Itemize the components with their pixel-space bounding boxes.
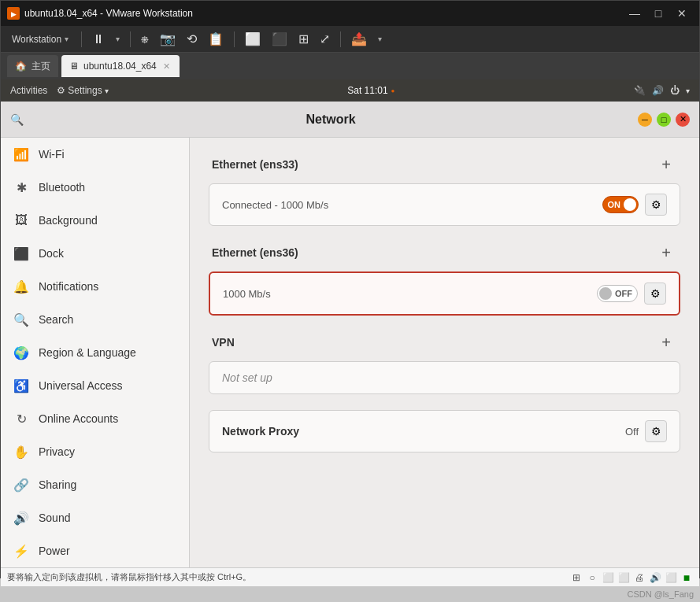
sidebar-item-notifications[interactable]: 🔔 Notifications	[1, 270, 189, 303]
status-icon-network: ■	[680, 571, 693, 584]
topbar-clock: Sat 11:01 ●	[347, 85, 394, 96]
ethernet2-toggle[interactable]: OFF	[597, 285, 638, 302]
settings-menu-button[interactable]: ⚙ Settings ▾	[57, 85, 108, 96]
sidebar-region-label: Region & Language	[39, 346, 136, 359]
ethernet2-add-button[interactable]: +	[655, 242, 677, 264]
tab-home-label: 主页	[31, 60, 50, 73]
autofit-icon[interactable]: ⊞	[294, 28, 313, 50]
ethernet2-settings-button[interactable]: ⚙	[644, 283, 666, 305]
topbar-left: Activities ⚙ Settings ▾	[10, 85, 109, 96]
ethernet1-settings-button[interactable]: ⚙	[645, 194, 667, 216]
vpn-add-button[interactable]: +	[655, 331, 677, 353]
vpn-row: Not set up	[209, 362, 680, 393]
region-icon: 🌍	[13, 345, 29, 360]
maximize-button[interactable]: □	[647, 2, 669, 24]
sidebar-item-dock[interactable]: ⬛ Dock	[1, 237, 189, 270]
stretch-icon[interactable]: ⤢	[316, 28, 334, 50]
ethernet2-toggle-label: OFF	[615, 289, 632, 298]
sidebar-bluetooth-label: Bluetooth	[39, 181, 85, 194]
status-icon-1: ⊞	[570, 571, 583, 584]
close-button[interactable]: ✕	[671, 2, 693, 24]
home-icon: 🏠	[15, 61, 27, 72]
sidebar-item-universal[interactable]: ♿ Universal Access	[1, 369, 189, 402]
settings-maximize-button[interactable]: □	[657, 113, 671, 127]
ethernet2-title: Ethernet (ens36)	[212, 246, 298, 259]
ethernet1-row: Connected - 1000 Mb/s ON ⚙	[209, 184, 680, 225]
workstation-menu[interactable]: Workstation ▾	[6, 31, 75, 48]
clone-icon[interactable]: 📋	[204, 28, 228, 50]
fullscreen-icon[interactable]: ⬜	[241, 28, 265, 50]
sidebar-sharing-label: Sharing	[39, 478, 76, 491]
ethernet2-row: 1000 Mb/s OFF ⚙	[210, 273, 679, 314]
clock-dot: ●	[391, 87, 395, 94]
activities-button[interactable]: Activities	[10, 85, 47, 96]
notifications-icon: 🔔	[13, 279, 29, 294]
sidebar-item-background[interactable]: 🖼 Background	[1, 204, 189, 237]
settings-search-icon: 🔍	[10, 113, 24, 126]
sidebar-privacy-label: Privacy	[39, 445, 75, 458]
settings-title: Network	[24, 113, 638, 127]
vpn-card: Not set up	[209, 361, 680, 394]
sharing-icon: 🔗	[13, 477, 29, 493]
sidebar-item-wifi[interactable]: 📶 Wi-Fi	[1, 138, 189, 171]
sidebar-item-bluetooth[interactable]: ✱ Bluetooth	[1, 171, 189, 204]
sidebar-item-sharing[interactable]: 🔗 Sharing	[1, 468, 189, 501]
transfer-icon[interactable]: 📤	[347, 28, 371, 50]
privacy-icon: ✋	[13, 444, 29, 460]
snapshot-icon[interactable]: 📷	[156, 28, 180, 50]
tab-home[interactable]: 🏠 主页	[7, 55, 58, 77]
sidebar-background-label: Background	[39, 214, 98, 227]
wifi-icon: 📶	[13, 146, 29, 162]
settings-icon: ⚙	[57, 85, 65, 96]
sidebar-item-power[interactable]: ⚡ Power	[1, 534, 189, 567]
sidebar-notifications-label: Notifications	[39, 280, 98, 293]
power-icon: ⚡	[13, 543, 29, 559]
settings-header: 🔍 Network ─ □ ✕	[1, 102, 699, 138]
universal-icon: ♿	[13, 378, 29, 393]
proxy-status: Off	[625, 426, 639, 438]
content-area: Ethernet (ens33) + Connected - 1000 Mb/s…	[190, 138, 699, 567]
ethernet1-add-button[interactable]: +	[655, 153, 677, 175]
settings-header-left: 🔍	[10, 113, 24, 126]
sidebar-item-region[interactable]: 🌍 Region & Language	[1, 336, 189, 369]
menu-separator-3	[234, 31, 235, 47]
status-icon-2: ○	[586, 571, 598, 584]
menu-separator-1	[81, 31, 82, 47]
proxy-title: Network Proxy	[222, 425, 299, 438]
settings-close-button[interactable]: ✕	[676, 113, 690, 127]
ethernet2-card: 1000 Mb/s OFF ⚙	[209, 271, 680, 316]
search-icon: 🔍	[13, 312, 29, 327]
dock-icon: ⬛	[13, 246, 29, 261]
ethernet1-status: Connected - 1000 Mb/s	[222, 199, 328, 211]
transfer-down-icon: ▾	[374, 31, 386, 46]
sidebar-item-online[interactable]: ↻ Online Accounts	[1, 402, 189, 435]
unity-icon[interactable]: ⬛	[268, 28, 291, 50]
proxy-settings-button[interactable]: ⚙	[645, 420, 667, 442]
window-title: ubuntu18.04_x64 - VMware Workstation	[24, 8, 193, 19]
volume-indicator-icon: 🔊	[652, 85, 664, 96]
tab-close-icon[interactable]: ✕	[161, 61, 172, 72]
tab-ubuntu[interactable]: 🖥 ubuntu18.04_x64 ✕	[61, 55, 180, 77]
vmware-window: ▶ ubuntu18.04_x64 - VMware Workstation —…	[0, 0, 700, 578]
menu-separator-4	[340, 31, 341, 47]
restore-icon[interactable]: ⟲	[183, 28, 201, 50]
ethernet1-header: Ethernet (ens33) +	[209, 153, 680, 175]
ubuntu-topbar: Activities ⚙ Settings ▾ Sat 11:01 ● 🔌 🔊 …	[1, 79, 699, 102]
status-text: 要将输入定向到该虚拟机，请将鼠标指针移入其中或按 Ctrl+G。	[7, 571, 251, 583]
vmware-icon: ▶	[7, 7, 20, 20]
settings-minimize-button[interactable]: ─	[638, 113, 652, 127]
ethernet2-toggle-knob	[599, 287, 612, 300]
pause-icon[interactable]: ⏸	[88, 29, 109, 50]
sidebar-search-label: Search	[39, 313, 73, 326]
network-indicator-icon: 🔌	[634, 85, 646, 96]
send-ctrl-icon[interactable]: ⎈	[137, 29, 153, 50]
main-content: 📶 Wi-Fi ✱ Bluetooth 🖼 Background ⬛ Dock	[1, 138, 699, 567]
sidebar-item-privacy[interactable]: ✋ Privacy	[1, 435, 189, 468]
status-icon-3: ⬜	[602, 571, 614, 584]
sidebar-item-search[interactable]: 🔍 Search	[1, 303, 189, 336]
sidebar-item-sound[interactable]: 🔊 Sound	[1, 501, 189, 534]
ethernet1-toggle[interactable]: ON	[602, 196, 639, 213]
proxy-row: Network Proxy Off ⚙	[209, 410, 680, 452]
minimize-button[interactable]: —	[624, 2, 646, 24]
ethernet1-toggle-label: ON	[608, 200, 621, 209]
